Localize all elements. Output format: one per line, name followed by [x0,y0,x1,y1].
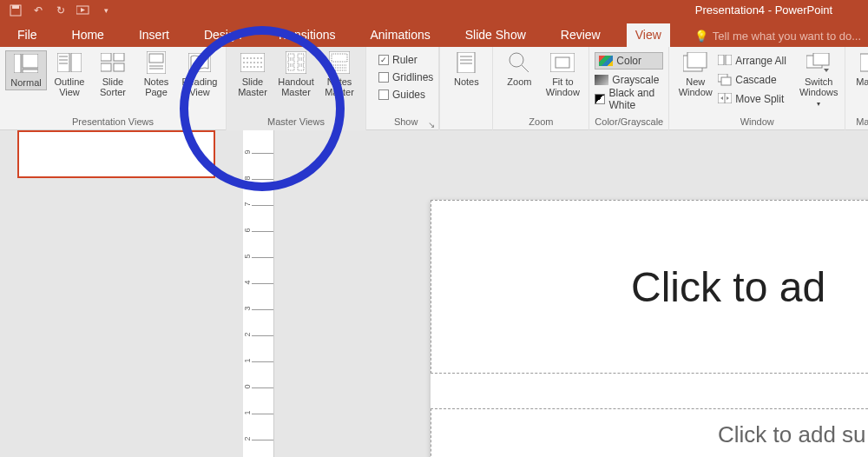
grayscale-swatch-icon [595,75,608,85]
slide-sorter-button[interactable]: Slide Sorter [92,50,134,99]
group-label-master-views: Master Views [232,115,360,129]
lightbulb-icon: 💡 [694,30,708,43]
title-placeholder[interactable]: Click to ad [431,200,868,374]
ribbon: Normal Outline View Slide Sorter Notes P… [0,47,868,130]
arrange-all-icon [718,55,732,67]
svg-line-42 [522,65,529,72]
ruler-checkbox[interactable]: Ruler [378,52,433,68]
tab-view[interactable]: View [627,23,670,47]
group-label-zoom: Zoom [498,115,583,129]
svg-rect-50 [721,77,731,85]
switch-windows-button[interactable]: Switch Windows ▾ [798,50,839,111]
group-macros: Macros Macros [845,47,868,130]
slide-canvas[interactable]: Click to ad Click to add su [274,130,868,457]
normal-button[interactable]: Normal [5,50,47,90]
svg-rect-46 [687,52,707,68]
group-label-color-grayscale: Color/Grayscale [595,115,663,129]
checkbox-icon [378,55,389,65]
tell-me-box[interactable]: 💡 Tell me what you want to do... [694,30,861,43]
svg-rect-37 [457,52,475,73]
tab-design[interactable]: Design [195,23,251,47]
start-from-beginning-icon[interactable] [76,3,90,17]
slide-thumbnail-1[interactable] [17,130,215,178]
svg-rect-48 [726,55,732,65]
group-show: Ruler Gridlines Guides Show ↘ [366,47,439,130]
slide[interactable]: Click to ad Click to add su [431,200,868,457]
tab-animations[interactable]: Animations [361,23,438,47]
outline-view-button[interactable]: Outline View [49,50,90,99]
tell-me-placeholder: Tell me what you want to do... [713,30,861,43]
slide-master-button[interactable]: Slide Master [232,50,273,99]
new-window-button[interactable]: New Window [674,50,716,99]
reading-view-button[interactable]: Reading View [179,50,220,99]
svg-marker-3 [81,8,85,12]
macros-button[interactable]: Macros [851,50,868,89]
fit-to-window-button[interactable]: Fit to Window [542,50,583,99]
svg-rect-6 [23,70,38,73]
group-label-window: Window [674,115,839,129]
svg-point-41 [510,53,523,67]
svg-rect-4 [14,54,21,73]
color-swatch-icon [599,56,613,66]
workspace: 9 8 7 6 5 4 3 2 1 0 1 2 Click to ad Clic… [0,130,868,457]
notes-master-button[interactable]: Notes Master [319,50,360,99]
ribbon-tabs: File Home Insert Design Transitions Anim… [0,21,868,47]
slide-thumbnails-panel[interactable] [0,130,243,457]
subtitle-placeholder[interactable]: Click to add su [431,408,868,457]
svg-rect-12 [101,53,111,61]
handout-master-button[interactable]: Handout Master [275,50,317,99]
svg-rect-17 [149,54,163,63]
group-label-macros: Macros [851,115,868,129]
group-notes: Notes [439,47,493,130]
dialog-launcher-icon[interactable]: ↘ [428,120,437,129]
svg-rect-13 [114,53,124,61]
zoom-button[interactable]: Zoom [498,50,540,89]
group-label-presentation-views: Presentation Views [5,115,220,129]
chevron-down-icon: ▾ [817,100,820,108]
arrange-all-button[interactable]: Arrange All [718,52,796,70]
qat-customize-icon[interactable]: ▾ [99,3,113,17]
guides-checkbox[interactable]: Guides [378,87,433,103]
tab-home[interactable]: Home [63,23,113,47]
group-master-views: Slide Master Handout Master Notes Master… [227,47,366,130]
move-split-icon [718,93,732,105]
notes-button[interactable]: Notes [445,50,487,89]
tab-review[interactable]: Review [552,23,609,47]
svg-rect-1 [12,5,19,9]
svg-rect-5 [23,54,38,68]
svg-rect-58 [860,54,868,71]
black-and-white-button[interactable]: Black and White [595,90,663,108]
redo-icon[interactable]: ↻ [54,3,68,17]
group-zoom: Zoom Fit to Window Zoom [493,47,589,130]
cascade-button[interactable]: Cascade [718,71,796,89]
svg-rect-47 [718,55,724,65]
checkbox-icon [378,89,389,100]
undo-icon[interactable]: ↶ [31,3,45,17]
tab-transitions[interactable]: Transitions [268,23,345,47]
vertical-ruler: 9 8 7 6 5 4 3 2 1 0 1 2 [243,130,274,457]
title-bar: ↶ ↻ ▾ Presentation4 - PowerPoint [0,0,868,21]
group-color-grayscale: Color Grayscale Black and White Color/Gr… [589,47,669,130]
window-title: Presentation4 - PowerPoint [695,3,832,17]
color-button[interactable]: Color [595,52,663,70]
gridlines-checkbox[interactable]: Gridlines [378,70,433,85]
bw-swatch-icon [595,94,605,104]
tab-file[interactable]: File [9,23,46,47]
notes-page-button[interactable]: Notes Page [135,50,177,99]
svg-rect-56 [813,53,829,65]
svg-marker-57 [824,69,829,72]
svg-rect-7 [57,53,69,72]
save-icon[interactable] [9,3,23,17]
checkbox-icon [378,72,389,83]
group-label-show: Show [378,115,433,129]
cascade-icon [718,74,732,86]
grayscale-button[interactable]: Grayscale [595,71,663,89]
group-presentation-views: Normal Outline View Slide Sorter Notes P… [0,47,227,130]
svg-rect-43 [550,53,575,72]
tab-insert[interactable]: Insert [130,23,178,47]
svg-rect-15 [114,63,124,71]
tab-slideshow[interactable]: Slide Show [457,23,535,47]
quick-access-toolbar: ↶ ↻ ▾ [0,3,113,17]
move-split-button[interactable]: Move Split [718,90,796,108]
svg-rect-11 [71,53,82,72]
